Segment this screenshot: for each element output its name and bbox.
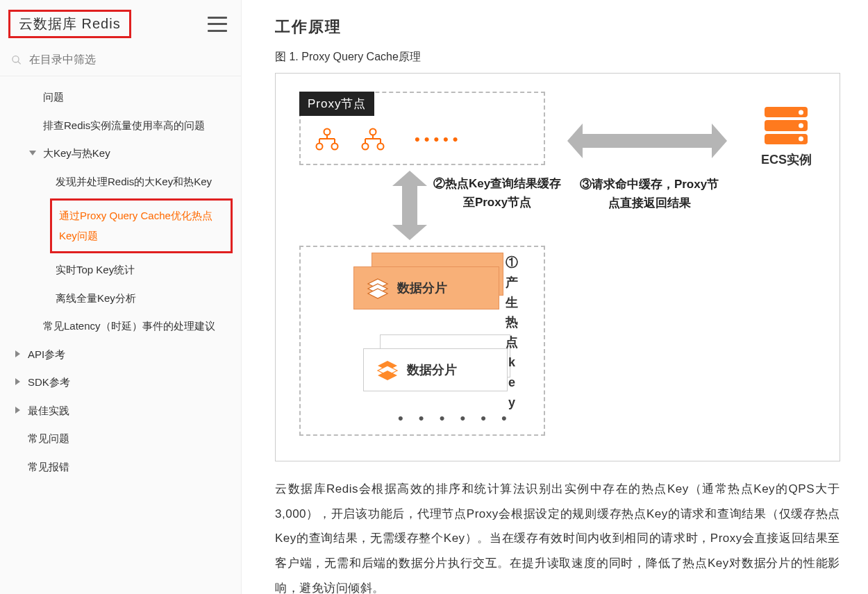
sidebar: 云数据库 Redis 问题 排查Redis实例流量使用率高的问题 大Key与热K…	[0, 0, 242, 594]
nav-item[interactable]: 实时Top Key统计	[0, 256, 241, 285]
svg-point-11	[378, 144, 384, 150]
description-paragraph: 云数据库Redis会根据高效的排序和统计算法识别出实例中存在的热点Key（通常热…	[275, 477, 840, 594]
diagram: Proxy节点 •••••	[275, 73, 840, 461]
diagram-callout-2: ②热点Key查询结果缓存至Proxy节点	[431, 174, 563, 212]
nav-item-group[interactable]: 最佳实践	[0, 397, 241, 425]
shard-card: 数据分片	[363, 348, 508, 391]
shard-label: 数据分片	[397, 280, 447, 296]
nav-item[interactable]: 常见Latency（时延）事件的处理建议	[0, 312, 241, 341]
proxy-title: Proxy节点	[299, 92, 374, 116]
nav-item[interactable]: 问题	[0, 83, 241, 112]
layers-icon	[367, 277, 389, 299]
nav-item-group[interactable]: SDK参考	[0, 368, 241, 397]
svg-line-1	[18, 61, 21, 64]
figure-caption: 图 1. Proxy Query Cache原理	[275, 50, 840, 65]
nav-item[interactable]: 排查Redis实例流量使用率高的问题	[0, 112, 241, 140]
shard-card-hot: 数据分片	[353, 266, 499, 309]
ecs-label: ECS实例	[761, 151, 812, 168]
svg-point-2	[324, 129, 331, 135]
vertical-arrow-icon	[392, 171, 427, 240]
nav-item[interactable]: 常见报错	[0, 453, 241, 482]
diagram-callout-1: ①产生热点key	[505, 253, 519, 412]
nav-item[interactable]: 常见问题	[0, 425, 241, 453]
ecs-server-icon	[765, 107, 808, 144]
svg-point-0	[12, 56, 19, 62]
layers-icon	[376, 359, 399, 381]
main-content: 工作原理 图 1. Proxy Query Cache原理 Proxy节点	[242, 0, 868, 594]
nav-item[interactable]: 发现并处理Redis的大Key和热Key	[0, 168, 241, 196]
ellipsis-icon: • • • • • •	[398, 409, 512, 427]
shard-label: 数据分片	[407, 362, 457, 378]
svg-point-4	[332, 144, 338, 150]
nav-list: 问题 排查Redis实例流量使用率高的问题 大Key与热Key 发现并处理Red…	[0, 76, 241, 488]
nav-item-group[interactable]: 大Key与热Key	[0, 139, 241, 168]
svg-point-9	[370, 129, 376, 135]
menu-icon[interactable]	[208, 17, 227, 32]
nav-item-group[interactable]: API参考	[0, 341, 241, 369]
proxy-instance-icon	[315, 128, 340, 151]
sidebar-header: 云数据库 Redis	[0, 0, 241, 48]
search-row	[0, 48, 241, 76]
search-icon	[11, 54, 22, 66]
nav-item[interactable]: 离线全量Key分析	[0, 285, 241, 313]
ecs-block: ECS实例	[761, 107, 812, 168]
svg-point-10	[362, 144, 369, 150]
proxy-instance-icon	[360, 128, 385, 151]
diagram-callout-3: ③请求命中缓存，Proxy节点直接返回结果	[576, 175, 723, 212]
proxy-icons-row: •••••	[315, 128, 462, 151]
svg-point-3	[317, 144, 323, 150]
ellipsis-icon: •••••	[415, 130, 462, 148]
sidebar-title: 云数据库 Redis	[8, 10, 131, 38]
proxy-node-box: Proxy节点 •••••	[299, 92, 545, 165]
horizontal-arrow-icon	[567, 124, 727, 158]
page-heading: 工作原理	[275, 17, 840, 37]
search-input[interactable]	[29, 53, 227, 66]
nav-item-selected[interactable]: 通过Proxy Query Cache优化热点Key问题	[50, 198, 233, 253]
